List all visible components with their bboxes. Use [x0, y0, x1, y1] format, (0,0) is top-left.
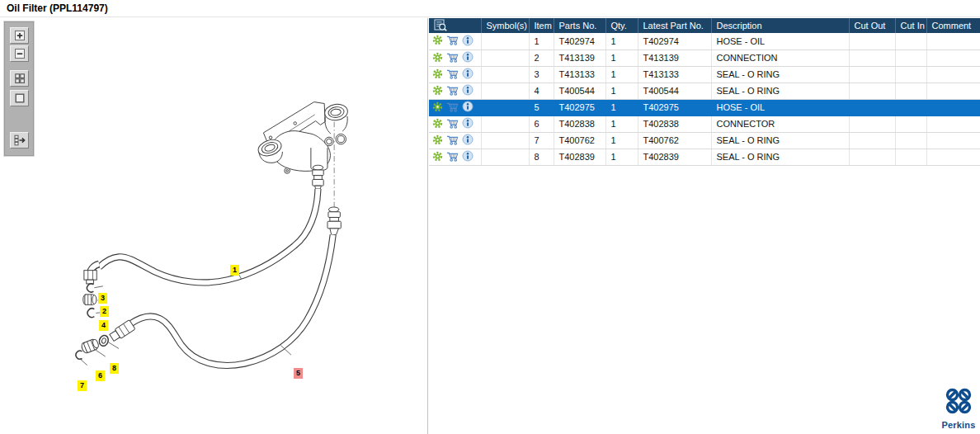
- gear-icon[interactable]: [432, 101, 443, 114]
- table-row[interactable]: 5 T402975 1 T402975 HOSE - OIL: [429, 99, 980, 116]
- col-header-description[interactable]: Description: [711, 18, 849, 33]
- cell-parts-no: T400544: [554, 83, 605, 99]
- cell-qty: 1: [605, 33, 638, 50]
- cell-qty: 1: [605, 99, 638, 116]
- table-row[interactable]: 6 T402838 1 T402838 CONNECTOR: [429, 116, 980, 132]
- cell-comment: [926, 149, 980, 165]
- cell-cut-out: [849, 116, 895, 132]
- cart-icon[interactable]: [446, 118, 459, 130]
- callout-7[interactable]: 7: [78, 380, 87, 391]
- cell-cut-in: [895, 33, 926, 50]
- table-row[interactable]: 8 T402839 1 T402839 SEAL - O RING: [429, 149, 980, 165]
- col-header-qty[interactable]: Qty.: [605, 18, 638, 33]
- callout-8[interactable]: 8: [110, 363, 119, 374]
- cell-description: CONNECTION: [711, 50, 849, 66]
- col-header-actions[interactable]: [429, 18, 481, 33]
- cart-icon[interactable]: [446, 134, 459, 147]
- col-header-cut-in[interactable]: Cut In: [895, 18, 926, 33]
- gear-icon[interactable]: [432, 85, 443, 97]
- table-row[interactable]: 7 T400762 1 T400762 SEAL - O RING: [429, 132, 980, 149]
- toggle-panel-icon: [13, 134, 26, 147]
- toggle-panel-button[interactable]: [10, 132, 29, 149]
- table-row[interactable]: 1 T402974 1 T402974 HOSE - OIL: [429, 33, 980, 50]
- callout-5[interactable]: 5: [294, 368, 303, 379]
- cart-icon[interactable]: [446, 35, 459, 47]
- cell-description: SEAL - O RING: [711, 132, 849, 149]
- cart-icon[interactable]: [446, 151, 459, 163]
- hose-1[interactable]: [99, 189, 318, 282]
- row-actions-cell: [429, 83, 481, 99]
- callout-2[interactable]: 2: [100, 306, 109, 317]
- col-header-symbols[interactable]: Symbol(s): [481, 18, 529, 33]
- table-row[interactable]: 2 T413139 1 T413139 CONNECTION: [429, 50, 980, 66]
- info-icon[interactable]: [462, 68, 474, 81]
- gear-icon[interactable]: [432, 68, 443, 81]
- cell-symbols: [481, 116, 529, 132]
- zoom-in-icon: [13, 29, 26, 42]
- cell-cut-in: [895, 149, 926, 165]
- cell-parts-no: T402974: [554, 33, 605, 50]
- cell-symbols: [481, 50, 529, 66]
- cell-cut-out: [849, 149, 895, 165]
- perkins-wordmark: Perkins: [939, 420, 978, 430]
- col-header-parts-no[interactable]: Parts No.: [554, 18, 605, 33]
- col-header-comment[interactable]: Comment: [926, 18, 980, 33]
- cell-latest-part-no: T400762: [638, 132, 711, 149]
- fit-all-button[interactable]: [10, 70, 29, 87]
- fit-all-icon: [13, 72, 26, 85]
- cart-icon[interactable]: [446, 101, 459, 114]
- info-icon[interactable]: [462, 117, 474, 130]
- callout-6[interactable]: 6: [96, 370, 105, 381]
- cell-cut-out: [849, 132, 895, 149]
- row-actions-cell: [429, 99, 481, 116]
- cell-latest-part-no: T413139: [638, 50, 711, 66]
- cell-parts-no: T400762: [554, 132, 605, 149]
- parts-list-search-icon: [434, 19, 448, 31]
- gear-icon[interactable]: [432, 52, 443, 64]
- cell-symbols: [481, 66, 529, 83]
- cell-cut-in: [895, 99, 926, 116]
- cell-parts-no: T413133: [554, 66, 605, 83]
- callout-1[interactable]: 1: [230, 265, 239, 276]
- row-actions-cell: [429, 50, 481, 66]
- gear-icon[interactable]: [432, 134, 443, 147]
- zoom-in-button[interactable]: [10, 27, 29, 44]
- cell-description: SEAL - O RING: [711, 83, 849, 99]
- cart-icon[interactable]: [446, 52, 459, 64]
- gear-icon[interactable]: [432, 35, 443, 47]
- zoom-out-icon: [13, 47, 26, 60]
- zoom-out-button[interactable]: [10, 45, 29, 62]
- col-header-latest-part-no[interactable]: Latest Part No.: [638, 18, 711, 33]
- cell-parts-no: T402975: [554, 99, 605, 116]
- cart-icon[interactable]: [446, 68, 459, 81]
- cell-latest-part-no: T400544: [638, 83, 711, 99]
- gear-icon[interactable]: [432, 118, 443, 130]
- info-icon[interactable]: [462, 84, 474, 97]
- cart-icon[interactable]: [446, 85, 459, 97]
- parts-diagram: [0, 18, 428, 434]
- col-header-item[interactable]: Item: [529, 18, 554, 33]
- info-icon[interactable]: [462, 101, 474, 114]
- perkins-branding: Perkins: [939, 386, 978, 430]
- cell-comment: [926, 33, 980, 50]
- cell-qty: 1: [605, 116, 638, 132]
- callout-4[interactable]: 4: [99, 320, 108, 331]
- cell-comment: [926, 50, 980, 66]
- fit-window-button[interactable]: [10, 90, 29, 106]
- info-icon[interactable]: [462, 150, 474, 163]
- info-icon[interactable]: [462, 35, 474, 48]
- page-title: Oil Filter (PPL114797): [7, 2, 108, 14]
- cell-qty: 1: [605, 66, 638, 83]
- gear-icon[interactable]: [432, 151, 443, 163]
- info-icon[interactable]: [462, 134, 474, 147]
- row-actions-cell: [429, 33, 481, 50]
- cell-item: 4: [529, 83, 554, 99]
- cell-latest-part-no: T402975: [638, 99, 711, 116]
- info-icon[interactable]: [462, 51, 474, 64]
- table-row[interactable]: 3 T413133 1 T413133 SEAL - O RING: [429, 66, 980, 83]
- cell-symbols: [481, 132, 529, 149]
- table-row[interactable]: 4 T400544 1 T400544 SEAL - O RING: [429, 83, 980, 99]
- col-header-cut-out[interactable]: Cut Out: [849, 18, 895, 33]
- hose-5[interactable]: [130, 235, 332, 366]
- callout-3[interactable]: 3: [98, 293, 107, 304]
